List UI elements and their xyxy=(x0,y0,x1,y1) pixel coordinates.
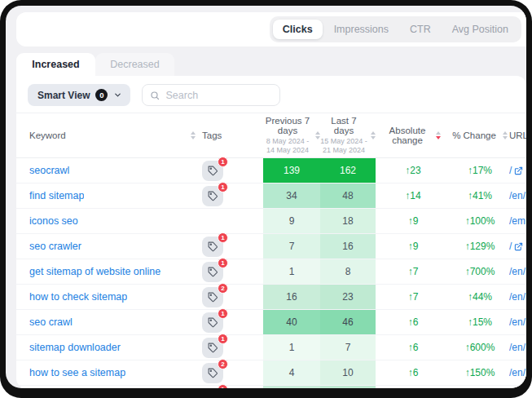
header-previous-range: 8 May 2024 - 14 May 2024 xyxy=(263,137,312,156)
keyword-link[interactable]: seo crawler xyxy=(29,241,81,252)
tag-icon xyxy=(208,343,218,353)
tag-icon xyxy=(208,292,218,303)
table-row: how to see a sitemap 2 4 10 ↑6 ↑150% /en… xyxy=(16,360,526,386)
absolute-change-value: ↑7 xyxy=(408,266,419,277)
absolute-change-value: ↑9 xyxy=(408,215,419,227)
smart-view-dropdown[interactable]: Smart View 0 xyxy=(28,84,130,106)
keyword-link[interactable]: how to see a sitemap xyxy=(29,367,125,378)
search-input[interactable] xyxy=(165,90,272,101)
keyword-link[interactable]: get sitemap of website online xyxy=(29,266,160,277)
url-link[interactable]: /en/ xyxy=(509,367,525,378)
url-link[interactable]: / xyxy=(509,241,523,252)
pct-change-value: ↑600% xyxy=(465,342,495,353)
tag-chip[interactable]: 2 xyxy=(202,287,223,307)
pct-change-value: ↑15% xyxy=(468,316,492,328)
smart-view-label: Smart View xyxy=(37,90,90,101)
smart-view-count-badge: 0 xyxy=(95,89,108,101)
window-frame: Clicks Impressions CTR Avg Position Incr… xyxy=(0,0,532,398)
table-header-row: Keyword Tags Previous 7 days 8 May 2024 … xyxy=(16,113,526,158)
table-row: get sitemap of website online 1 1 8 ↑7 ↑… xyxy=(16,259,526,285)
tag-icon xyxy=(208,368,218,378)
last-value-cell: 16 xyxy=(320,234,376,259)
previous-value-cell: 139 xyxy=(263,158,320,183)
previous-value-cell: 34 xyxy=(263,184,320,208)
url-link[interactable]: /en/ xyxy=(509,266,525,277)
absolute-change-value: ↑23 xyxy=(405,165,420,176)
previous-value-cell: 9 xyxy=(263,209,320,233)
search-box xyxy=(142,84,280,106)
tag-chip[interactable]: 1 xyxy=(202,161,223,181)
tag-icon xyxy=(208,267,218,277)
tag-icon xyxy=(208,241,218,252)
url-link[interactable]: /en/ xyxy=(509,316,525,328)
tag-count-badge: 2 xyxy=(218,283,228,294)
last-value-cell: 23 xyxy=(320,285,376,309)
url-link[interactable]: / xyxy=(509,165,523,176)
tag-icon xyxy=(208,166,218,176)
keyword-link[interactable]: seocrawl xyxy=(29,165,69,176)
absolute-change-value: ↑6 xyxy=(408,342,419,353)
last-value-cell: 46 xyxy=(320,310,376,334)
tag-count-badge: 1 xyxy=(218,232,228,243)
absolute-change-value: ↑14 xyxy=(405,190,420,201)
tab-avg-position[interactable]: Avg Position xyxy=(442,20,518,39)
tab-impressions[interactable]: Impressions xyxy=(324,20,398,39)
sort-pct-icon[interactable] xyxy=(503,131,508,139)
url-link[interactable]: /em xyxy=(509,215,525,227)
tag-chip[interactable]: 2 xyxy=(202,363,223,383)
tag-chip[interactable]: 1 xyxy=(202,186,223,206)
last-value-cell: 162 xyxy=(320,158,376,183)
header-last-range: 15 May 2024 - 21 May 2024 xyxy=(320,137,367,156)
table-row: sitemap downloader 1 1 7 ↑6 ↑600% /en/ xyxy=(16,335,526,360)
tag-icon xyxy=(208,191,218,201)
last-value-cell: 7 xyxy=(320,335,376,360)
tag-count-badge: 1 xyxy=(218,334,228,344)
tag-chip[interactable]: 1 xyxy=(202,338,223,358)
tag-count-badge: 1 xyxy=(218,308,228,319)
last-value-cell: 48 xyxy=(320,184,376,208)
sort-absolute-icon[interactable] xyxy=(436,131,441,139)
tag-chip[interactable]: 1 xyxy=(202,388,223,389)
url-link[interactable]: /en/ xyxy=(509,342,525,353)
pct-change-value: ↑41% xyxy=(468,190,492,201)
keyword-link[interactable]: sitemap downloader xyxy=(29,342,121,353)
sort-keyword-icon[interactable] xyxy=(191,131,196,139)
absolute-change-value: ↑6 xyxy=(408,316,419,328)
pct-change-value: ↑44% xyxy=(468,291,492,303)
tag-count-badge: 1 xyxy=(218,258,228,268)
main-card: Smart View 0 Keyword xyxy=(16,76,526,388)
chevron-down-icon xyxy=(113,91,122,100)
keyword-link[interactable]: how to check sitemap xyxy=(29,291,127,303)
previous-value-cell: 1 xyxy=(263,259,320,284)
url-link[interactable]: /en/ xyxy=(509,291,525,303)
tag-count-badge: 2 xyxy=(218,359,228,369)
keywords-table: Keyword Tags Previous 7 days 8 May 2024 … xyxy=(16,113,526,388)
header-previous-7-days: Previous 7 days xyxy=(263,116,312,135)
pct-change-value: ↑150% xyxy=(465,367,495,378)
keyword-link[interactable]: seo crawl xyxy=(29,316,73,328)
keyword-link[interactable]: iconos seo xyxy=(29,215,78,227)
tag-chip[interactable]: 1 xyxy=(202,237,223,257)
table-controls: Smart View 0 xyxy=(16,76,526,113)
keyword-link[interactable]: find sitemap xyxy=(29,190,84,201)
pct-change-value: ↑129% xyxy=(465,241,495,252)
tab-decreased[interactable]: Decreased xyxy=(95,53,174,76)
previous-value-cell xyxy=(263,386,320,388)
last-value-cell: 8 xyxy=(320,259,376,284)
tag-count-badge: 1 xyxy=(218,182,228,192)
tab-ctr[interactable]: CTR xyxy=(400,20,441,39)
tag-chip[interactable]: 1 xyxy=(202,312,223,333)
metric-tab-group: Clicks Impressions CTR Avg Position xyxy=(270,16,521,42)
pct-change-value: ↑100% xyxy=(465,215,495,227)
previous-value-cell: 7 xyxy=(263,234,320,259)
url-link[interactable]: /en/ xyxy=(509,190,525,201)
table-row: seocrawl 1 139 162 ↑23 ↑17% / xyxy=(16,158,526,184)
tab-clicks[interactable]: Clicks xyxy=(273,20,323,39)
last-value-cell xyxy=(320,386,376,388)
app-background: Clicks Impressions CTR Avg Position Incr… xyxy=(6,6,526,388)
tag-chip[interactable]: 1 xyxy=(202,262,223,282)
direction-tab-group: Increased Decreased xyxy=(16,53,526,76)
header-tags: Tags xyxy=(202,130,222,140)
search-icon xyxy=(150,91,160,100)
tab-increased[interactable]: Increased xyxy=(16,53,95,76)
